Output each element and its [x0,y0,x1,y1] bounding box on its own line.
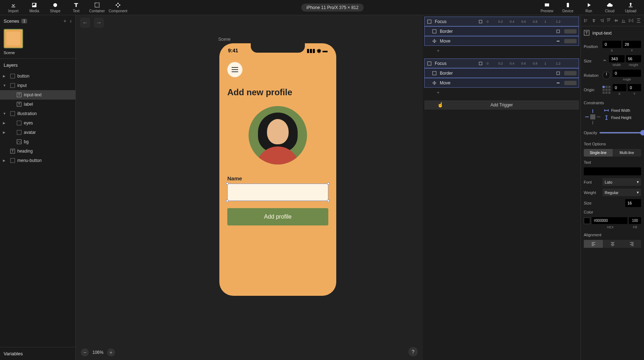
layer-menu-button[interactable]: ▶menu-button [0,156,75,165]
timeline-bar[interactable] [564,29,577,34]
opacity-slider[interactable] [599,132,644,133]
font-select[interactable]: Lato▾ [603,178,641,186]
align-center-v-button[interactable] [613,17,620,24]
layer-caret[interactable]: ▶ [3,74,7,78]
selection-handle-br[interactable] [327,200,329,202]
nav-back-button[interactable]: ← [80,18,90,28]
text-button[interactable]: Text [66,0,87,15]
selection-handle-tr[interactable] [327,183,329,185]
canvas-viewport[interactable]: Scene 9:41 ▮▮▮ ◉ ▬ Add new profile [76,30,423,360]
fixed-width-toggle[interactable]: Fixed Width [604,108,641,113]
align-center-h-button[interactable] [591,17,597,24]
height-input[interactable] [626,55,641,62]
artboard[interactable]: 9:41 ▮▮▮ ◉ ▬ Add new profile Name [219,43,336,296]
layer-caret[interactable]: ▼ [3,112,7,115]
upload-button[interactable]: Upload [620,0,641,15]
font-size-input[interactable] [625,199,641,207]
layer-caret[interactable]: ▶ [3,159,7,162]
import-button[interactable]: Import [3,0,24,15]
timeline-bar[interactable] [564,39,577,43]
layer-caret[interactable]: ▼ [3,84,7,87]
component-button[interactable]: Component [108,0,128,15]
align-bottom-button[interactable] [620,17,627,24]
distribute-v-button[interactable] [635,17,642,24]
trigger-action-border-0[interactable]: Border [424,26,579,36]
preview-button[interactable]: Preview [536,0,557,15]
trigger-action-border-1[interactable]: Border [424,68,579,78]
single-line-option[interactable]: Single-line [584,149,613,157]
align-right-button[interactable] [598,17,605,24]
color-hex-input[interactable]: #000000 [592,217,627,224]
trigger-caret[interactable]: ▼ [423,62,424,65]
text-content-input[interactable] [584,167,641,175]
timeline-bar[interactable] [564,71,577,75]
container-button[interactable]: Container [87,0,108,15]
layer-eyes[interactable]: ▶eyes [0,118,75,128]
constraint-diagram[interactable] [584,108,602,126]
layer-bg[interactable]: bg [0,137,75,146]
distribute-h-button[interactable] [628,17,635,24]
selection-handle-bl[interactable] [226,200,228,202]
layer-label[interactable]: label [0,100,75,109]
text-align-center[interactable] [603,240,622,248]
variables-header[interactable]: Variables [0,347,75,360]
run-button[interactable]: Run [578,0,599,15]
menu-button[interactable] [227,62,242,77]
width-input[interactable] [609,55,625,62]
rotation-input[interactable] [613,70,641,77]
keyframe-icon[interactable] [556,71,561,76]
layer-input[interactable]: ▼input [0,81,75,90]
zoom-out-button[interactable]: − [81,348,89,356]
origin-y-input[interactable] [628,84,641,91]
minus-icon[interactable] [556,80,561,85]
layer-input-text[interactable]: input-text [0,90,75,100]
trigger-caret[interactable]: ▼ [423,20,424,23]
add-trigger-button[interactable]: ☝Add Trigger [424,100,579,110]
origin-grid[interactable] [603,86,610,94]
zoom-value[interactable]: 106% [92,350,104,355]
media-button[interactable]: Media [24,0,45,15]
link-size-icon[interactable] [603,59,607,63]
trigger-focus-0[interactable]: ▼Focus00.20.40.60.811.2 [424,17,579,26]
layer-caret[interactable]: ▶ [3,131,7,134]
keyframe-icon[interactable] [556,29,561,34]
layer-caret[interactable]: ▶ [3,121,7,125]
layer-avatar[interactable]: ▶avatar [0,128,75,137]
trigger-focus-1[interactable]: ▼Focus00.20.40.60.811.2 [424,58,579,68]
multi-line-option[interactable]: Multi-line [613,149,641,157]
layer-illustration[interactable]: ▼illustration [0,109,75,118]
selection-handle-tl[interactable] [226,183,228,185]
keyframe-icon[interactable] [478,19,483,24]
color-fill-input[interactable]: 100 [629,217,641,224]
position-x-input[interactable] [603,41,621,48]
add-action-button-0[interactable]: + [429,46,579,56]
keyframe-icon[interactable] [478,61,483,66]
text-align-left[interactable] [584,240,603,248]
add-profile-button[interactable]: Add profile [227,208,328,225]
position-y-input[interactable] [623,41,641,48]
device-button[interactable]: Device [557,0,578,15]
scene-thumbnail[interactable] [4,29,23,48]
text-align-right[interactable] [622,240,641,248]
scene-settings-icon[interactable]: ⫞ [69,18,72,24]
minus-icon[interactable] [556,39,561,44]
cloud-button[interactable]: Cloud [599,0,620,15]
nav-forward-button[interactable]: → [94,18,104,28]
name-input[interactable] [227,184,328,201]
text-mode-toggle[interactable]: Single-line Multi-line [584,149,641,157]
add-scene-icon[interactable]: + [63,18,66,24]
device-selector[interactable]: iPhone 11 Pro/X 375 × 812 [301,4,363,12]
timeline-bar[interactable] [564,81,577,85]
origin-x-input[interactable] [613,84,626,91]
trigger-action-move-0[interactable]: Move [424,36,579,46]
help-button[interactable]: ? [408,347,418,356]
layer-heading[interactable]: heading [0,146,75,156]
align-top-button[interactable] [605,17,612,24]
shape-button[interactable]: Shape [45,0,66,15]
rotation-dial[interactable] [603,71,610,79]
color-swatch[interactable] [584,218,590,224]
weight-select[interactable]: Regular▾ [603,189,641,196]
add-action-button-1[interactable]: + [429,88,579,97]
layer-button[interactable]: ▶button [0,71,75,81]
align-left-button[interactable] [583,17,590,24]
